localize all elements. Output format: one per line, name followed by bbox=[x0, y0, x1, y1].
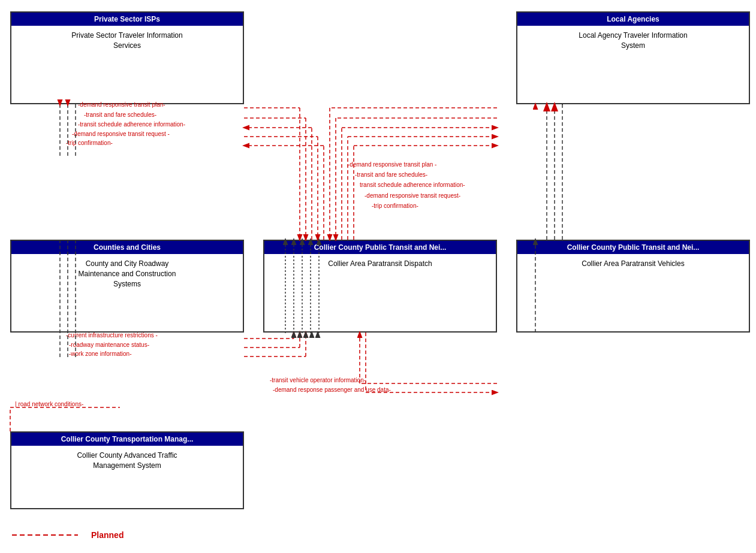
svg-text:-current infrastructure restri: -current infrastructure restrictions - bbox=[66, 332, 158, 339]
node-counties-cities-body: County and City RoadwayMaintenance and C… bbox=[11, 254, 243, 294]
svg-text:-transit vehicle operator info: -transit vehicle operator information- bbox=[270, 377, 366, 383]
svg-text:-work zone information-: -work zone information- bbox=[69, 350, 131, 357]
node-collier-traffic-body: Collier County Advanced TrafficManagemen… bbox=[11, 446, 243, 476]
legend: Planned bbox=[12, 529, 124, 541]
svg-text:-demand response passenger and: -demand response passenger and use data- bbox=[273, 386, 391, 393]
svg-text:| road network conditions-: | road network conditions- bbox=[15, 401, 83, 407]
node-private-sector-isp-body: Private Sector Traveler InformationServi… bbox=[11, 26, 243, 56]
svg-text:-transit and fare schedules-: -transit and fare schedules- bbox=[84, 111, 156, 118]
node-local-agencies-header: Local Agencies bbox=[517, 13, 749, 26]
node-collier-vehicles-body: Collier Area Paratransit Vehicles bbox=[517, 254, 749, 274]
svg-text:transit schedule adherence inf: transit schedule adherence information- bbox=[360, 182, 465, 188]
legend-line-svg bbox=[12, 529, 84, 541]
node-collier-traffic-header: Collier County Transportation Manag... bbox=[11, 433, 243, 446]
svg-text:-demand responsive transit req: -demand responsive transit request - bbox=[72, 131, 170, 137]
svg-text:-demand responsive transit req: -demand responsive transit request- bbox=[365, 192, 460, 199]
diagram-container: Private Sector ISPs Private Sector Trave… bbox=[0, 0, 756, 553]
node-collier-dispatch-body: Collier Area Paratransit Dispatch bbox=[264, 254, 496, 274]
node-private-sector-isp-header: Private Sector ISPs bbox=[11, 13, 243, 26]
node-private-sector-isp: Private Sector ISPs Private Sector Trave… bbox=[10, 11, 244, 104]
svg-text:-trip confirmation-: -trip confirmation- bbox=[66, 140, 113, 146]
node-local-agencies: Local Agencies Local Agency Traveler Inf… bbox=[516, 11, 750, 104]
svg-text:-demand responsive transit pla: -demand responsive transit plan - bbox=[348, 161, 436, 168]
node-local-agencies-body: Local Agency Traveler InformationSystem bbox=[517, 26, 749, 56]
node-collier-traffic: Collier County Transportation Manag... C… bbox=[10, 431, 244, 509]
svg-text:-trip confirmation-: -trip confirmation- bbox=[372, 203, 418, 209]
svg-text:-transit and fare schedules-: -transit and fare schedules- bbox=[355, 171, 427, 178]
legend-label: Planned bbox=[91, 530, 124, 540]
node-collier-vehicles-header: Collier County Public Transit and Nei... bbox=[517, 241, 749, 254]
node-counties-cities: Counties and Cities County and City Road… bbox=[10, 240, 244, 333]
node-collier-dispatch: Collier County Public Transit and Nei...… bbox=[263, 240, 497, 333]
svg-text:-transit schedule adherence in: -transit schedule adherence information- bbox=[78, 121, 185, 128]
node-counties-cities-header: Counties and Cities bbox=[11, 241, 243, 254]
node-collier-vehicles: Collier County Public Transit and Nei...… bbox=[516, 240, 750, 333]
node-collier-dispatch-header: Collier County Public Transit and Nei... bbox=[264, 241, 496, 254]
svg-text:-roadway maintenance status-: -roadway maintenance status- bbox=[69, 342, 149, 348]
